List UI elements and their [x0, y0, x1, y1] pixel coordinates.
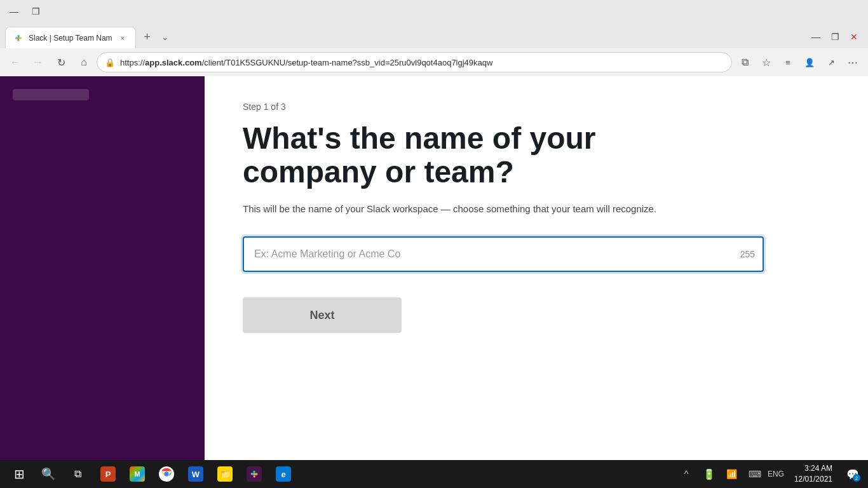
taskbar-app-slack[interactable]	[240, 460, 268, 488]
network-icon[interactable]: 📶	[722, 464, 742, 484]
new-tab-button[interactable]: +	[139, 28, 156, 46]
split-view-button[interactable]: ⧉	[735, 52, 755, 72]
battery-icon[interactable]: 🔋	[699, 464, 719, 484]
tab-favicon	[13, 33, 24, 43]
task-view-icon: ⧉	[74, 468, 81, 480]
browser-chrome: — ❐ Slack | Setup Team Nam × + ⌄	[0, 0, 868, 76]
keyboard-icon[interactable]: ⌨	[745, 464, 765, 484]
lock-icon: 🔒	[105, 58, 115, 67]
taskbar-app-chrome[interactable]	[153, 460, 180, 488]
taskbar-right: ^ 🔋 📶 ⌨ ENG 3:24 AM 12/01/2021 💬 2	[676, 463, 863, 485]
clock[interactable]: 3:24 AM 12/01/2021	[789, 463, 837, 485]
taskbar-app-powerpoint[interactable]: P	[94, 460, 122, 488]
notification-button[interactable]: 💬 2	[843, 464, 863, 484]
team-name-input[interactable]	[243, 236, 764, 272]
maximize-button[interactable]: ❐	[27, 3, 44, 20]
systray: ^ 🔋 📶 ⌨ ENG	[676, 464, 784, 484]
taskbar-app-edge[interactable]: e	[269, 460, 297, 488]
systray-chevron-button[interactable]: ^	[676, 464, 696, 484]
home-button[interactable]: ⌂	[74, 52, 94, 72]
page-title: What's the name of your company or team?	[243, 122, 830, 189]
main-content: Step 1 of 3 What's the name of your comp…	[205, 76, 868, 460]
favorites-button[interactable]: ☆	[756, 52, 776, 72]
url-text: https://app.slack.com/client/T01K5SGUKNU…	[120, 58, 724, 67]
task-view-button[interactable]: ⧉	[64, 460, 92, 488]
page-description: This will be the name of your Slack work…	[243, 202, 830, 217]
restore-window-button[interactable]: ❐	[826, 28, 844, 46]
sidebar	[0, 76, 205, 460]
active-tab[interactable]: Slack | Setup Team Nam ×	[5, 27, 136, 48]
forward-button[interactable]: →	[28, 52, 48, 72]
address-bar: ← → ↻ ⌂ 🔒 https://app.slack.com/client/T…	[0, 48, 868, 76]
refresh-button[interactable]: ↻	[51, 52, 71, 72]
collections-button[interactable]: ≡	[778, 52, 798, 72]
taskbar-apps: P M W 📁	[94, 460, 297, 488]
clock-time: 3:24 AM	[804, 463, 832, 474]
minimize-button[interactable]: —	[5, 3, 23, 20]
taskbar-app-explorer[interactable]: 📁	[211, 460, 239, 488]
step-label: Step 1 of 3	[243, 102, 830, 112]
title-bar: — ❐	[0, 0, 868, 23]
clock-date: 12/01/2021	[794, 474, 832, 485]
taskbar-left: ⊞ 🔍 ⧉	[5, 460, 92, 488]
tab-close-button[interactable]: ×	[118, 33, 128, 43]
sidebar-placeholder	[13, 89, 89, 100]
share-button[interactable]: ↗	[821, 52, 841, 72]
taskbar-app-word[interactable]: W	[182, 460, 210, 488]
next-button[interactable]: Next	[243, 297, 402, 333]
char-count: 255	[740, 249, 755, 259]
close-window-button[interactable]: ✕	[845, 28, 863, 46]
team-name-field-wrapper: 255	[243, 236, 764, 272]
more-button[interactable]: ⋯	[843, 52, 863, 72]
tab-dropdown-button[interactable]: ⌄	[156, 28, 174, 46]
taskbar: ⊞ 🔍 ⧉ P M	[0, 460, 868, 488]
page-content: Step 1 of 3 What's the name of your comp…	[0, 76, 868, 460]
start-button[interactable]: ⊞	[5, 460, 33, 488]
search-button[interactable]: 🔍	[34, 460, 62, 488]
windows-icon: ⊞	[14, 466, 25, 482]
minimize-window-button[interactable]: —	[807, 28, 825, 46]
language-label[interactable]: ENG	[768, 470, 784, 478]
tab-title: Slack | Setup Team Nam	[29, 34, 112, 43]
url-bar[interactable]: 🔒 https://app.slack.com/client/T01K5SGUK…	[97, 52, 732, 72]
notification-badge: 2	[853, 474, 860, 482]
title-bar-left: — ❐	[5, 3, 44, 20]
search-icon: 🔍	[41, 467, 55, 481]
svg-point-1	[164, 471, 168, 476]
toolbar-right: ⧉ ☆ ≡ 👤 ↗ ⋯	[735, 52, 863, 72]
taskbar-app-store[interactable]: M	[123, 460, 151, 488]
back-button[interactable]: ←	[5, 52, 25, 72]
profile-button[interactable]: 👤	[799, 52, 820, 72]
tab-bar: Slack | Setup Team Nam × + ⌄ — ❐ ✕	[0, 23, 868, 48]
